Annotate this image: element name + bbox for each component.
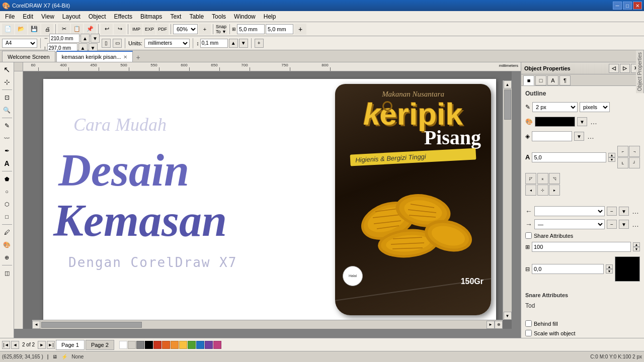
tab-close-icon[interactable]: ✕ bbox=[123, 54, 127, 60]
h-scroll-track[interactable] bbox=[40, 321, 487, 329]
vertical-scrollbar[interactable]: ▲ ▼ bbox=[503, 80, 512, 320]
titlebar-controls[interactable]: ─ □ ✕ bbox=[613, 2, 642, 10]
dots-btn2[interactable]: … bbox=[586, 132, 595, 140]
transparency-tool[interactable]: ◫ bbox=[1, 267, 13, 279]
snap-y-input[interactable] bbox=[266, 24, 293, 34]
palette-white[interactable] bbox=[119, 341, 127, 349]
publish-button[interactable]: PDF bbox=[156, 24, 169, 35]
palette-lightorange[interactable] bbox=[171, 341, 179, 349]
scroll-up-button[interactable]: ▲ bbox=[504, 80, 512, 88]
panel-tab-para[interactable]: ¶ bbox=[559, 75, 571, 85]
menu-tools[interactable]: Tools bbox=[208, 12, 230, 21]
arrow-end-select[interactable]: — bbox=[534, 219, 605, 229]
palette-pink[interactable] bbox=[213, 341, 221, 349]
value-up-btn[interactable]: ▲ bbox=[608, 153, 615, 157]
width-down[interactable]: ▼ bbox=[91, 34, 100, 43]
color-swatch-black[interactable] bbox=[535, 117, 575, 127]
align-tr-btn[interactable]: ◹ bbox=[549, 173, 560, 184]
close-button[interactable]: ✕ bbox=[633, 2, 642, 10]
new-button[interactable]: 📄 bbox=[2, 24, 14, 35]
text-tool[interactable]: A bbox=[1, 157, 13, 169]
scale-obj-checkbox[interactable] bbox=[525, 330, 532, 336]
panel-dock-right[interactable]: ▷ bbox=[620, 64, 630, 73]
palette-green[interactable] bbox=[188, 341, 196, 349]
outline-width-select[interactable]: 2 px bbox=[532, 102, 578, 112]
next-page-btn[interactable]: ► bbox=[38, 341, 46, 349]
val100-up[interactable]: ▲ bbox=[633, 242, 640, 247]
palette-black[interactable] bbox=[145, 341, 153, 349]
zoom-in-button[interactable]: + bbox=[199, 24, 211, 35]
nudge-input[interactable] bbox=[200, 39, 228, 48]
node-tool[interactable]: ⊹ bbox=[1, 76, 13, 88]
panel-dock-left[interactable]: ◁ bbox=[609, 64, 619, 73]
tab-welcome[interactable]: Welcome Screen bbox=[2, 51, 55, 62]
scroll-track[interactable] bbox=[503, 88, 512, 312]
val00-up[interactable]: ▲ bbox=[606, 264, 613, 269]
add-btn[interactable]: + bbox=[294, 24, 306, 35]
palette-orange[interactable] bbox=[162, 341, 170, 349]
panel-tab-fill[interactable]: ■ bbox=[523, 75, 534, 85]
undo-button[interactable]: ↩ bbox=[101, 24, 113, 35]
align-mr-btn[interactable]: ▸ bbox=[549, 185, 560, 196]
eyedropper-tool[interactable]: 🖊 bbox=[1, 226, 13, 238]
prev-page-btn[interactable]: ◄ bbox=[11, 341, 19, 349]
menu-text[interactable]: Text bbox=[166, 12, 185, 21]
width-input[interactable] bbox=[49, 34, 79, 43]
freehand-tool[interactable]: ✎ bbox=[1, 120, 13, 132]
blend-tool[interactable]: ⊕ bbox=[1, 251, 13, 263]
palette-red[interactable] bbox=[153, 341, 162, 349]
zoom-select[interactable]: 60% bbox=[173, 24, 198, 34]
scroll-down-button[interactable]: ▼ bbox=[504, 312, 512, 320]
page2-tab[interactable]: Page 2 bbox=[86, 340, 114, 350]
open-button[interactable]: 📂 bbox=[15, 24, 27, 35]
fill-tool[interactable]: 🎨 bbox=[1, 239, 13, 251]
scroll-thumb[interactable] bbox=[504, 89, 511, 120]
color-swatch-white[interactable] bbox=[532, 131, 572, 141]
snap-to-btn[interactable]: Snap To ▼ bbox=[215, 24, 227, 35]
poly-tool[interactable]: ⬡ bbox=[1, 198, 13, 210]
value-100-input[interactable] bbox=[532, 242, 631, 252]
outline-unit-select[interactable]: pixels bbox=[580, 102, 610, 112]
behind-fill-checkbox[interactable] bbox=[525, 320, 532, 327]
align-mc-btn[interactable]: ⊹ bbox=[537, 185, 548, 196]
val00-down[interactable]: ▼ bbox=[606, 269, 613, 274]
object-properties-vertical-label[interactable]: Object Properties bbox=[636, 50, 644, 93]
first-page-btn[interactable]: |◄ bbox=[2, 341, 10, 349]
zoom-tool[interactable]: 🔍 bbox=[1, 104, 13, 116]
menu-effects[interactable]: Effects bbox=[110, 12, 136, 21]
panel-tab-chars[interactable]: A bbox=[547, 75, 558, 85]
menu-file[interactable]: File bbox=[1, 12, 19, 21]
arrow-start-minus[interactable]: − bbox=[607, 207, 617, 216]
scroll-left-button[interactable]: ◄ bbox=[32, 321, 40, 329]
menu-edit[interactable]: Edit bbox=[19, 12, 37, 21]
import-button[interactable]: IMP bbox=[130, 24, 142, 35]
snap-x-input[interactable] bbox=[237, 24, 265, 34]
page1-tab[interactable]: Page 1 bbox=[56, 340, 85, 350]
pen-tool[interactable]: ✒ bbox=[1, 145, 13, 157]
palette-lightgray[interactable] bbox=[128, 341, 136, 349]
h-scroll-thumb[interactable] bbox=[41, 322, 142, 328]
palette-yellow[interactable] bbox=[179, 341, 187, 349]
align-tl-btn[interactable]: ◸ bbox=[525, 173, 536, 184]
last-page-btn[interactable]: ►| bbox=[47, 341, 55, 349]
menu-bitmaps[interactable]: Bitmaps bbox=[136, 12, 166, 21]
val100-down[interactable]: ▼ bbox=[633, 247, 640, 251]
zoom-fit-button[interactable]: ⊕ bbox=[495, 321, 503, 329]
align-ml-btn[interactable]: ◂ bbox=[525, 185, 536, 196]
big-color-swatch[interactable] bbox=[615, 256, 640, 282]
arrow-start-dropdown[interactable]: ▼ bbox=[619, 207, 629, 216]
arrow-end-minus[interactable]: − bbox=[607, 220, 617, 229]
horizontal-scrollbar[interactable]: ◄ ► ⊕ bbox=[32, 320, 503, 329]
basic-shapes[interactable]: □ bbox=[1, 211, 13, 223]
menu-layout[interactable]: Layout bbox=[58, 12, 85, 21]
palette-gray[interactable] bbox=[136, 341, 144, 349]
arrow-start-select[interactable] bbox=[534, 206, 605, 216]
corner-bl[interactable]: L bbox=[617, 157, 628, 168]
redo-button[interactable]: ↪ bbox=[114, 24, 126, 35]
nudge-up[interactable]: ▲ bbox=[229, 39, 238, 48]
value-00-input[interactable] bbox=[532, 264, 604, 274]
width-up[interactable]: ▲ bbox=[80, 34, 90, 43]
canvas-area[interactable]: 60 400 450 500 550 600 650 700 750 800 bbox=[14, 62, 521, 338]
corner-br[interactable]: ┘ bbox=[629, 157, 640, 168]
page-size-select[interactable]: A4 bbox=[2, 39, 37, 48]
